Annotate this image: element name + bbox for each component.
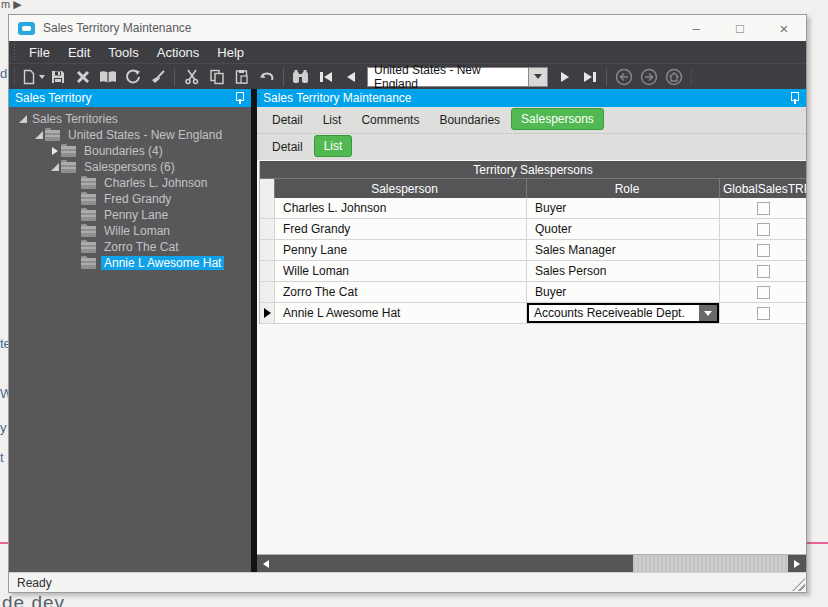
role-cell[interactable]: Buyer <box>527 282 720 302</box>
tab-list[interactable]: List <box>314 110 351 130</box>
new-document-button[interactable] <box>20 66 45 88</box>
salesperson-cell[interactable]: Charles L. Johnson <box>275 198 527 218</box>
title-bar[interactable]: Sales Territory Maintenance – □ × <box>9 15 806 41</box>
column-header-role[interactable]: Role <box>527 179 720 198</box>
scroll-right-button[interactable] <box>788 555 806 572</box>
last-record-button[interactable] <box>577 66 602 88</box>
role-cell[interactable]: Sales Manager <box>527 240 720 260</box>
new-document-dropdown-caret[interactable] <box>39 75 45 79</box>
table-row-active[interactable]: Annie L Awesome Hat Accounts Receiveable… <box>260 303 806 324</box>
role-combobox-value[interactable]: Accounts Receiveable Dept. <box>529 306 699 320</box>
globalsales-checkbox[interactable] <box>757 307 770 320</box>
expander-collapsed-icon[interactable] <box>49 146 61 156</box>
tab-salespersons[interactable]: Salespersons <box>511 108 604 130</box>
scrollbar-track[interactable] <box>633 555 788 572</box>
column-header-salesperson[interactable]: Salesperson <box>275 179 527 198</box>
tree-item-wille-loman[interactable]: Wille Loman <box>9 223 251 239</box>
menu-file[interactable]: File <box>20 43 59 62</box>
salesperson-cell[interactable]: Annie L Awesome Hat <box>275 303 527 323</box>
table-row[interactable]: Charles L. Johnson Buyer <box>260 198 806 219</box>
horizontal-scrollbar[interactable] <box>257 554 806 572</box>
scroll-left-button[interactable] <box>257 555 275 572</box>
current-row-selector[interactable] <box>260 303 275 323</box>
row-selector[interactable] <box>260 282 275 302</box>
table-row[interactable]: Penny Lane Sales Manager <box>260 240 806 261</box>
record-selector-dropdown-button[interactable] <box>529 67 548 87</box>
resize-grip[interactable] <box>792 578 805 591</box>
previous-record-button[interactable] <box>338 66 363 88</box>
cut-button[interactable] <box>179 66 204 88</box>
left-panel-title: Sales Territory <box>15 91 91 105</box>
row-selector[interactable] <box>260 219 275 239</box>
folder-icon <box>81 210 96 221</box>
globalsales-cell <box>720 303 806 323</box>
clear-broom-button[interactable] <box>145 66 170 88</box>
table-row[interactable]: Wille Loman Sales Person <box>260 261 806 282</box>
role-combobox[interactable]: Accounts Receiveable Dept. <box>527 303 719 323</box>
globalsales-checkbox[interactable] <box>757 244 770 257</box>
maximize-button[interactable]: □ <box>718 15 762 41</box>
find-binoculars-button[interactable] <box>288 66 313 88</box>
open-book-button[interactable] <box>95 66 120 88</box>
menu-actions[interactable]: Actions <box>148 43 209 62</box>
back-button[interactable] <box>611 66 636 88</box>
tab-comments[interactable]: Comments <box>352 110 428 130</box>
column-header-globalsalestrp[interactable]: GlobalSalesTRP <box>720 179 806 198</box>
next-record-button[interactable] <box>552 66 577 88</box>
globalsales-checkbox[interactable] <box>757 202 770 215</box>
menu-tools[interactable]: Tools <box>99 43 147 62</box>
row-selector[interactable] <box>260 261 275 281</box>
tree-item-united-states-new-england[interactable]: United States - New England <box>9 127 251 143</box>
globalsales-checkbox[interactable] <box>757 286 770 299</box>
row-selector[interactable] <box>260 240 275 260</box>
tab-detail[interactable]: Detail <box>263 110 312 130</box>
record-selector-value[interactable]: United States - New England <box>367 67 529 87</box>
refresh-button[interactable] <box>120 66 145 88</box>
salesperson-cell[interactable]: Zorro The Cat <box>275 282 527 302</box>
table-row[interactable]: Fred Grandy Quoter <box>260 219 806 240</box>
tree-item-zorro-the-cat[interactable]: Zorro The Cat <box>9 239 251 255</box>
globalsales-checkbox[interactable] <box>757 223 770 236</box>
record-selector-combo[interactable]: United States - New England <box>367 67 548 87</box>
close-button[interactable]: × <box>762 15 806 41</box>
pin-icon[interactable] <box>789 92 800 104</box>
forward-button[interactable] <box>636 66 661 88</box>
tab-boundaries[interactable]: Boundaries <box>430 110 509 130</box>
delete-button[interactable] <box>70 66 95 88</box>
undo-button[interactable] <box>254 66 279 88</box>
salesperson-cell[interactable]: Wille Loman <box>275 261 527 281</box>
salesperson-cell[interactable]: Fred Grandy <box>275 219 527 239</box>
globalsales-checkbox[interactable] <box>757 265 770 278</box>
tree-item-fred-grandy[interactable]: Fred Grandy <box>9 191 251 207</box>
menu-edit[interactable]: Edit <box>59 43 99 62</box>
save-button[interactable] <box>45 66 70 88</box>
sub-tabstrip: Detail List <box>257 134 806 160</box>
role-cell[interactable]: Quoter <box>527 219 720 239</box>
menu-help[interactable]: Help <box>208 43 253 62</box>
paste-button[interactable] <box>229 66 254 88</box>
expander-expanded-icon[interactable] <box>49 162 61 172</box>
subtab-list[interactable]: List <box>314 135 353 157</box>
role-combobox-dropdown-button[interactable] <box>699 305 717 321</box>
expander-expanded-icon[interactable] <box>17 114 29 124</box>
expander-expanded-icon[interactable] <box>33 130 45 140</box>
folder-icon <box>61 162 76 173</box>
role-cell[interactable]: Sales Person <box>527 261 720 281</box>
tree-item-charles-l-johnson[interactable]: Charles L. Johnson <box>9 175 251 191</box>
tree-item-sales-territories[interactable]: Sales Territories <box>9 111 251 127</box>
home-button[interactable] <box>661 66 686 88</box>
salesperson-cell[interactable]: Penny Lane <box>275 240 527 260</box>
role-cell[interactable]: Buyer <box>527 198 720 218</box>
tree-item-salespersons[interactable]: Salespersons (6) <box>9 159 251 175</box>
table-row[interactable]: Zorro The Cat Buyer <box>260 282 806 303</box>
pin-icon[interactable] <box>234 92 245 104</box>
scrollbar-thumb[interactable] <box>275 555 633 572</box>
copy-button[interactable] <box>204 66 229 88</box>
tree-item-boundaries[interactable]: Boundaries (4) <box>9 143 251 159</box>
row-selector[interactable] <box>260 198 275 218</box>
tree-item-annie-l-awesome-hat[interactable]: Annie L Awesome Hat <box>9 255 251 271</box>
minimize-button[interactable]: – <box>674 15 718 41</box>
first-record-button[interactable] <box>313 66 338 88</box>
tree-item-penny-lane[interactable]: Penny Lane <box>9 207 251 223</box>
subtab-detail[interactable]: Detail <box>263 137 312 157</box>
